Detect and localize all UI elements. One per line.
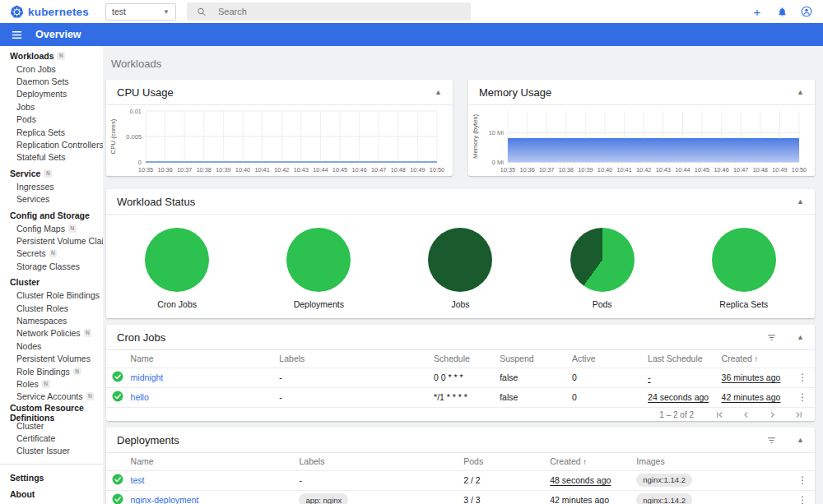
sidebar-item-config-maps[interactable]: Config MapsN bbox=[0, 222, 103, 234]
pie-chart-replica-sets[interactable] bbox=[712, 228, 776, 292]
sidebar-item-replica-sets[interactable]: Replica Sets bbox=[0, 126, 103, 138]
next-page-icon[interactable] bbox=[768, 410, 777, 419]
pie-chart-deployments[interactable] bbox=[286, 228, 351, 292]
sidebar-section-workloads[interactable]: WorkloadsN bbox=[0, 49, 103, 62]
svg-text:10:49: 10:49 bbox=[410, 166, 425, 173]
resource-link-nginx-deployment[interactable]: nginx-deployment bbox=[131, 495, 199, 504]
svg-text:0: 0 bbox=[138, 159, 142, 166]
row-menu-button[interactable]: ⋮ bbox=[791, 490, 815, 504]
column-header-schedule[interactable]: Schedule bbox=[432, 350, 498, 368]
svg-text:10:47: 10:47 bbox=[371, 166, 386, 173]
namespaced-badge: N bbox=[68, 224, 77, 233]
svg-text:10:43: 10:43 bbox=[656, 166, 671, 173]
collapse-chevron-up-icon[interactable]: ▲ bbox=[797, 89, 804, 96]
top-bar: kubernetes test ▼ + bbox=[0, 0, 823, 23]
resource-link-test[interactable]: test bbox=[131, 475, 145, 485]
sidebar-section-config-and-storage[interactable]: Config and Storage bbox=[0, 209, 103, 222]
svg-text:10:48: 10:48 bbox=[753, 166, 768, 173]
sidebar-item-deployments[interactable]: Deployments bbox=[0, 88, 103, 100]
pie-label: Jobs bbox=[451, 299, 469, 309]
svg-text:10:44: 10:44 bbox=[675, 166, 690, 173]
column-header-labels[interactable]: Labels bbox=[277, 350, 432, 368]
resource-link-midnight[interactable]: midnight bbox=[131, 372, 164, 382]
column-header-last-schedule[interactable]: Last Schedule bbox=[646, 350, 720, 368]
column-header-name[interactable]: Name bbox=[129, 453, 298, 470]
svg-text:10:39: 10:39 bbox=[216, 166, 230, 173]
first-page-icon[interactable] bbox=[715, 410, 724, 419]
column-header-labels[interactable]: Labels bbox=[297, 453, 462, 470]
sidebar-section-service[interactable]: ServiceN bbox=[0, 167, 103, 180]
sidebar-item-cron-jobs[interactable]: Cron Jobs bbox=[0, 62, 103, 75]
kubernetes-logo[interactable]: kubernetes bbox=[10, 5, 105, 19]
row-menu-button[interactable]: ⋮ bbox=[791, 368, 815, 387]
status-ok-icon bbox=[106, 490, 129, 504]
column-header-images[interactable]: Images bbox=[635, 453, 790, 470]
filter-icon[interactable] bbox=[766, 332, 777, 343]
svg-text:10:46: 10:46 bbox=[714, 166, 728, 173]
sidebar-item-services[interactable]: Services bbox=[0, 193, 103, 206]
sidebar-item-replication-controllers[interactable]: Replication Controllers bbox=[0, 138, 103, 150]
collapse-chevron-up-icon[interactable]: ▲ bbox=[435, 89, 442, 96]
sidebar-item-persistent-volume-claims[interactable]: Persistent Volume ClaimsN bbox=[0, 234, 103, 247]
label-chip: nginx:1.14.2 bbox=[636, 474, 692, 487]
row-menu-button[interactable]: ⋮ bbox=[791, 470, 815, 490]
last-page-icon[interactable] bbox=[794, 410, 803, 419]
search-input[interactable] bbox=[218, 7, 461, 16]
sidebar-item-settings[interactable]: Settings bbox=[0, 469, 103, 486]
sidebar-item-roles[interactable]: RolesN bbox=[0, 377, 103, 390]
sidebar-item-about[interactable]: About bbox=[0, 486, 103, 502]
menu-hamburger-icon[interactable] bbox=[11, 29, 23, 41]
main-content: Workloads CPU Usage ▲ 00.0050.0110:3510:… bbox=[103, 46, 823, 504]
create-resource-button[interactable]: + bbox=[751, 5, 764, 18]
column-header-active[interactable]: Active bbox=[570, 350, 646, 368]
sidebar-item-ingresses[interactable]: Ingresses bbox=[0, 180, 103, 192]
sidebar-item-secrets[interactable]: SecretsN bbox=[0, 247, 103, 260]
namespaced-badge: N bbox=[44, 169, 52, 178]
column-header-created[interactable]: Created ↑ bbox=[720, 350, 791, 368]
collapse-chevron-up-icon[interactable]: ▲ bbox=[797, 198, 804, 206]
pie-chart-cron-jobs[interactable] bbox=[145, 228, 209, 292]
resource-link-hello[interactable]: hello bbox=[131, 392, 149, 402]
workload-status-card: Workload Status ▲ Cron JobsDeploymentsJo… bbox=[106, 189, 815, 318]
sidebar-item-cluster-roles[interactable]: Cluster Roles bbox=[0, 302, 103, 314]
namespace-selector[interactable]: test ▼ bbox=[105, 3, 176, 21]
sidebar-item-cluster-issuer[interactable]: Cluster Issuer bbox=[0, 445, 103, 457]
collapse-chevron-up-icon[interactable]: ▲ bbox=[797, 334, 804, 341]
relative-time: - bbox=[648, 372, 651, 382]
filter-icon[interactable] bbox=[766, 435, 777, 446]
sidebar-item-jobs[interactable]: Jobs bbox=[0, 100, 103, 113]
column-header-name[interactable]: Name bbox=[129, 350, 278, 368]
notifications-bell-icon[interactable] bbox=[775, 5, 788, 18]
search-bar[interactable] bbox=[187, 2, 471, 21]
pie-chart-jobs[interactable] bbox=[428, 228, 492, 292]
sidebar-item-cluster-role-bindings[interactable]: Cluster Role Bindings bbox=[0, 289, 103, 301]
previous-page-icon[interactable] bbox=[742, 410, 751, 419]
sidebar-item-stateful-sets[interactable]: Stateful Sets bbox=[0, 151, 103, 164]
column-header-suspend[interactable]: Suspend bbox=[498, 350, 570, 368]
card-title: Deployments bbox=[117, 434, 179, 446]
sidebar-item-network-policies[interactable]: Network PoliciesN bbox=[0, 327, 103, 340]
sidebar-item-persistent-volumes[interactable]: Persistent Volumes bbox=[0, 352, 103, 364]
sidebar-item-service-accounts[interactable]: Service AccountsN bbox=[0, 391, 103, 403]
sidebar-item-certificate[interactable]: Certificate bbox=[0, 432, 103, 444]
card-title: Cron Jobs bbox=[117, 331, 165, 344]
relative-time: 42 minutes ago bbox=[550, 495, 609, 504]
sidebar-item-storage-classes[interactable]: Storage Classes bbox=[0, 260, 103, 272]
sidebar-item-nodes[interactable]: Nodes bbox=[0, 340, 103, 352]
card-title: Memory Usage bbox=[479, 86, 551, 99]
label-chip: app: nginx bbox=[299, 493, 348, 504]
collapse-chevron-up-icon[interactable]: ▲ bbox=[797, 437, 804, 444]
account-icon[interactable] bbox=[800, 5, 813, 18]
sidebar-item-daemon-sets[interactable]: Daemon Sets bbox=[0, 75, 103, 87]
sidebar-item-namespaces[interactable]: Namespaces bbox=[0, 314, 103, 326]
app-bar: Overview bbox=[0, 23, 823, 46]
sidebar-item-role-bindings[interactable]: Role BindingsN bbox=[0, 365, 103, 377]
row-menu-button[interactable]: ⋮ bbox=[791, 387, 815, 407]
svg-text:10:42: 10:42 bbox=[636, 166, 651, 173]
sidebar-section-custom-resource-definitions[interactable]: Custom Resource Definitions bbox=[0, 406, 103, 419]
sidebar-section-cluster[interactable]: Cluster bbox=[0, 275, 103, 289]
sidebar-item-pods[interactable]: Pods bbox=[0, 113, 103, 126]
pie-chart-pods[interactable] bbox=[570, 228, 635, 292]
column-header-created[interactable]: Created ↑ bbox=[548, 453, 635, 470]
column-header-pods[interactable]: Pods bbox=[462, 453, 548, 470]
